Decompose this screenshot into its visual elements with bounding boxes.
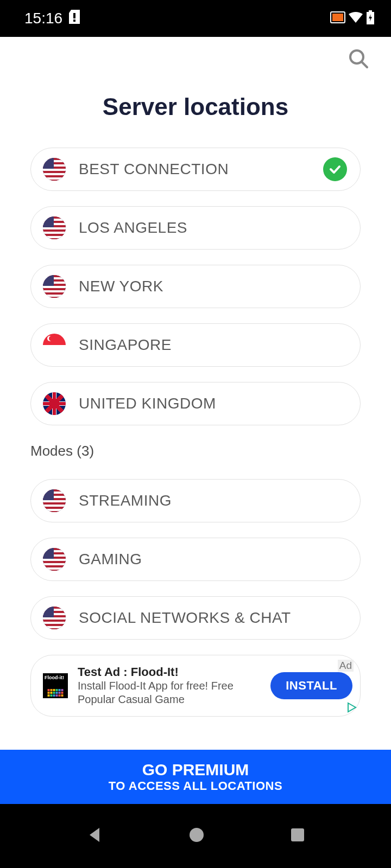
server-label: NEW YORK	[79, 278, 163, 295]
ad-install-button[interactable]: INSTALL	[270, 672, 352, 699]
premium-banner[interactable]: GO PREMIUM TO ACCESS ALL LOCATIONS	[0, 750, 391, 804]
premium-title: GO PREMIUM	[142, 761, 249, 779]
ad-description: Install Flood-It App for free! Free Popu…	[78, 679, 270, 706]
search-icon[interactable]	[348, 48, 369, 72]
wifi-icon	[349, 12, 363, 25]
status-time: 15:16	[24, 10, 62, 27]
mode-item-gaming[interactable]: GAMING	[30, 538, 361, 581]
flag-icon-uk	[43, 392, 66, 415]
flag-icon-us	[43, 275, 66, 298]
sim-alert-icon	[69, 10, 80, 28]
status-bar: 15:16	[0, 0, 391, 37]
server-item-united-kingdom[interactable]: UNITED KINGDOM	[30, 382, 361, 425]
svg-rect-4	[369, 10, 372, 12]
flag-icon-us	[43, 607, 66, 629]
server-label: LOS ANGELES	[79, 219, 187, 237]
app-content: Server locations BEST CONNECTION LOS ANG…	[0, 37, 391, 804]
svg-rect-9	[291, 828, 304, 841]
server-item-singapore[interactable]: SINGAPORE	[30, 323, 361, 367]
selected-check-icon	[323, 157, 347, 181]
svg-rect-0	[73, 13, 75, 18]
cast-icon	[330, 11, 345, 25]
flag-icon-us	[43, 489, 66, 512]
svg-line-7	[362, 62, 367, 67]
ad-card[interactable]: Ad Flood-it! Test Ad : Flood-It! Install…	[30, 655, 361, 717]
ad-app-icon: Flood-it!	[43, 673, 68, 698]
mode-label: SOCIAL NETWORKS & CHAT	[79, 609, 291, 627]
flag-icon-us	[43, 158, 66, 181]
mode-label: STREAMING	[79, 492, 172, 509]
nav-home-icon[interactable]	[187, 826, 206, 846]
mode-label: GAMING	[79, 551, 142, 568]
premium-subtitle: TO ACCESS ALL LOCATIONS	[109, 779, 282, 793]
svg-rect-3	[332, 14, 343, 21]
svg-rect-1	[73, 20, 75, 22]
server-item-los-angeles[interactable]: LOS ANGELES	[30, 206, 361, 250]
flag-icon-us	[43, 548, 66, 571]
server-label: SINGAPORE	[79, 336, 172, 354]
flag-icon-us	[43, 216, 66, 239]
flag-icon-sg	[43, 334, 66, 356]
ad-tag: Ad	[338, 660, 354, 672]
nav-back-icon[interactable]	[85, 826, 104, 846]
mode-item-streaming[interactable]: STREAMING	[30, 479, 361, 522]
server-label: UNITED KINGDOM	[79, 395, 216, 412]
nav-recent-icon[interactable]	[289, 827, 306, 845]
adchoices-icon[interactable]	[346, 702, 357, 715]
modes-header: Modes (3)	[0, 443, 391, 459]
modes-list: STREAMING GAMING SOCIAL NETWORKS & CHAT	[0, 479, 391, 640]
battery-charging-icon	[366, 10, 375, 27]
ad-title: Test Ad : Flood-It!	[78, 665, 270, 679]
server-item-best-connection[interactable]: BEST CONNECTION	[30, 148, 361, 191]
svg-point-8	[190, 828, 204, 842]
server-label: BEST CONNECTION	[79, 161, 229, 178]
server-item-new-york[interactable]: NEW YORK	[30, 265, 361, 308]
server-list: BEST CONNECTION LOS ANGELES NEW YORK SIN…	[0, 148, 391, 425]
mode-item-social[interactable]: SOCIAL NETWORKS & CHAT	[30, 596, 361, 640]
page-title: Server locations	[0, 93, 391, 120]
navigation-bar	[0, 804, 391, 868]
